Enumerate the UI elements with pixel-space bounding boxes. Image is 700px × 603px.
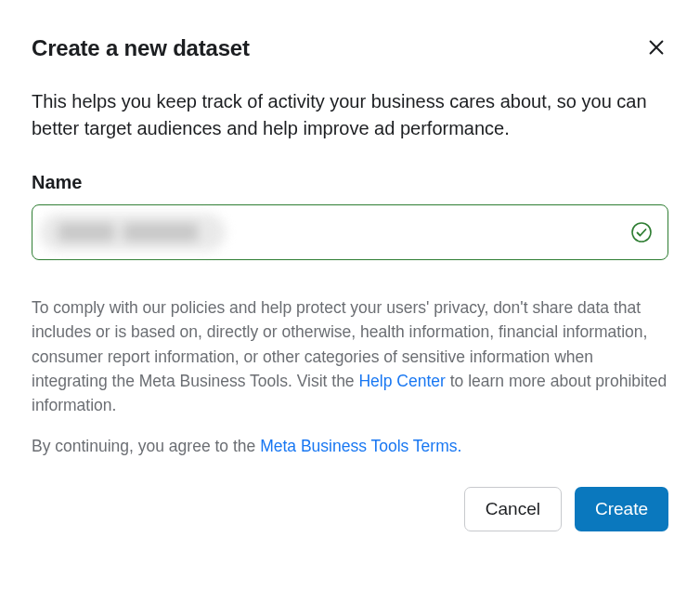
name-field-label: Name	[32, 172, 668, 193]
close-button[interactable]	[644, 35, 668, 62]
tools-terms-link[interactable]: Meta Business Tools Terms.	[260, 437, 461, 455]
terms-text-before: By continuing, you agree to the	[32, 437, 260, 455]
dialog-footer: Cancel Create	[32, 487, 668, 531]
name-input[interactable]	[47, 205, 630, 259]
dialog-title: Create a new dataset	[32, 35, 250, 61]
dialog-header: Create a new dataset	[32, 35, 668, 62]
checkmark-circle-icon	[630, 221, 653, 243]
name-input-wrapper[interactable]	[32, 204, 668, 260]
terms-text: By continuing, you agree to the Meta Bus…	[32, 434, 668, 458]
svg-point-0	[632, 223, 651, 242]
cancel-button[interactable]: Cancel	[464, 487, 562, 531]
policy-text: To comply with our policies and help pro…	[32, 295, 668, 417]
close-icon	[646, 37, 667, 60]
create-button[interactable]: Create	[575, 487, 668, 531]
help-center-link[interactable]: Help Center	[358, 372, 445, 390]
dialog-description: This helps you keep track of activity yo…	[32, 88, 668, 142]
